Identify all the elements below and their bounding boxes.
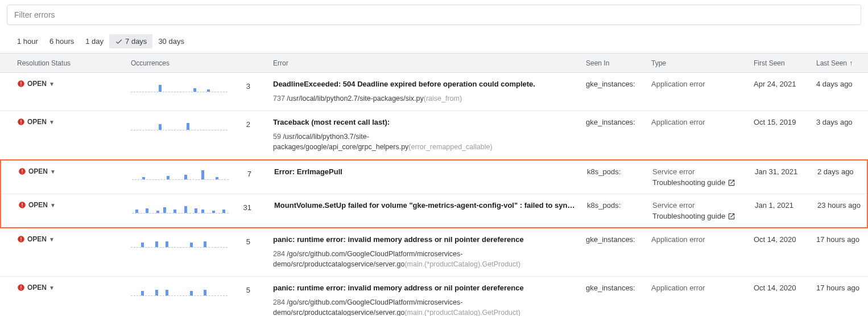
svg-rect-2 bbox=[20, 85, 21, 85]
troubleshooting-guide-link[interactable]: Troubleshooting guide bbox=[652, 178, 755, 187]
error-location: 737 /usr/local/lib/python2.7/site-packag… bbox=[273, 94, 574, 104]
occurrence-count: 5 bbox=[233, 286, 250, 294]
sparkline bbox=[131, 284, 228, 296]
caret-down-icon: ▼ bbox=[49, 236, 55, 243]
svg-rect-10 bbox=[22, 203, 22, 206]
last-seen: 4 days ago bbox=[816, 80, 868, 88]
time-tab-label: 30 days bbox=[158, 37, 184, 46]
first-seen: Oct 14, 2020 bbox=[754, 235, 816, 244]
col-error[interactable]: Error bbox=[273, 59, 586, 67]
status-label: OPEN bbox=[28, 167, 48, 175]
caret-down-icon: ▼ bbox=[49, 119, 55, 125]
table-row[interactable]: OPEN▼2Traceback (most recent call last):… bbox=[0, 111, 868, 159]
error-title[interactable]: panic: runtime error: invalid memory add… bbox=[273, 235, 574, 245]
last-seen: 2 days ago bbox=[817, 167, 868, 176]
last-seen: 3 days ago bbox=[816, 118, 868, 126]
status-chip[interactable]: OPEN▼ bbox=[17, 235, 55, 243]
error-title[interactable]: Traceback (most recent call last): bbox=[273, 118, 574, 128]
error-type: Service error bbox=[652, 167, 755, 176]
svg-rect-11 bbox=[22, 207, 22, 207]
sort-ascending-icon: ↑ bbox=[849, 59, 853, 67]
last-seen: 23 hours ago bbox=[817, 201, 868, 210]
svg-rect-16 bbox=[20, 286, 21, 289]
status-chip[interactable]: OPEN▼ bbox=[17, 80, 55, 88]
error-title[interactable]: MountVolume.SetUp failed for volume "gke… bbox=[274, 201, 576, 211]
caret-down-icon: ▼ bbox=[50, 169, 56, 175]
table-header: Resolution Status Occurrences Error Seen… bbox=[0, 54, 868, 73]
status-label: OPEN bbox=[27, 284, 47, 292]
error-icon bbox=[17, 118, 25, 126]
time-tab-label: 6 hours bbox=[49, 37, 74, 46]
first-seen: Apr 24, 2021 bbox=[754, 80, 816, 88]
time-tab-30-days[interactable]: 30 days bbox=[152, 34, 190, 48]
error-type: Application error bbox=[651, 284, 754, 292]
troubleshooting-guide-link[interactable]: Troubleshooting guide bbox=[652, 212, 755, 220]
svg-rect-7 bbox=[22, 170, 22, 173]
svg-rect-4 bbox=[20, 120, 21, 123]
first-seen: Jan 31, 2021 bbox=[755, 167, 817, 176]
last-seen: 17 hours ago bbox=[816, 235, 868, 244]
time-tab-label: 7 days bbox=[125, 37, 147, 46]
occurrence-count: 5 bbox=[233, 237, 250, 246]
svg-rect-17 bbox=[20, 289, 21, 290]
status-chip[interactable]: OPEN▼ bbox=[17, 284, 55, 292]
last-seen: 17 hours ago bbox=[816, 284, 868, 292]
time-range-tabs: 1 hour6 hours1 day7 days30 days bbox=[0, 25, 868, 53]
table-row[interactable]: OPEN▼31MountVolume.SetUp failed for volu… bbox=[1, 194, 867, 227]
time-tab-6-hours[interactable]: 6 hours bbox=[44, 34, 80, 48]
seen-in: k8s_pods: bbox=[587, 167, 652, 176]
time-tab-label: 1 day bbox=[85, 37, 104, 46]
error-title[interactable]: panic: runtime error: invalid memory add… bbox=[273, 284, 574, 293]
highlighted-rows: OPEN▼7Error: ErrImagePullk8s_pods:Servic… bbox=[0, 159, 868, 228]
error-icon bbox=[17, 80, 25, 88]
col-type[interactable]: Type bbox=[651, 59, 754, 67]
error-icon bbox=[17, 235, 25, 243]
svg-rect-1 bbox=[20, 82, 21, 85]
col-seen-in[interactable]: Seen In bbox=[586, 59, 651, 67]
error-icon bbox=[18, 201, 26, 209]
sparkline bbox=[131, 118, 228, 130]
time-tab-1-hour[interactable]: 1 hour bbox=[11, 34, 44, 48]
first-seen: Jan 1, 2021 bbox=[755, 201, 817, 210]
external-link-icon bbox=[728, 212, 735, 220]
col-occurrences[interactable]: Occurrences bbox=[131, 59, 273, 67]
seen-in: k8s_pods: bbox=[587, 201, 652, 210]
status-label: OPEN bbox=[28, 201, 48, 209]
error-title[interactable]: Error: ErrImagePull bbox=[274, 167, 576, 177]
status-label: OPEN bbox=[27, 80, 47, 88]
time-tab-7-days[interactable]: 7 days bbox=[109, 34, 152, 48]
caret-down-icon: ▼ bbox=[50, 202, 56, 208]
filter-errors-input[interactable] bbox=[7, 5, 861, 25]
table-row[interactable]: OPEN▼3DeadlineExceeded: 504 Deadline exp… bbox=[0, 73, 868, 111]
occurrence-count: 31 bbox=[234, 203, 251, 212]
error-icon bbox=[17, 284, 25, 292]
svg-rect-14 bbox=[20, 241, 21, 241]
table-row[interactable]: OPEN▼5panic: runtime error: invalid memo… bbox=[0, 277, 868, 316]
caret-down-icon: ▼ bbox=[49, 81, 55, 87]
error-location: 284 /go/src/github.com/GoogleCloudPlatfo… bbox=[273, 298, 574, 316]
svg-rect-13 bbox=[20, 237, 21, 240]
occurrence-count: 3 bbox=[233, 82, 250, 91]
status-chip[interactable]: OPEN▼ bbox=[17, 118, 55, 126]
table-row[interactable]: OPEN▼7Error: ErrImagePullk8s_pods:Servic… bbox=[1, 161, 867, 194]
sparkline bbox=[131, 80, 228, 92]
seen-in: gke_instances: bbox=[586, 80, 651, 88]
error-type: Application error bbox=[651, 118, 754, 126]
status-chip[interactable]: OPEN▼ bbox=[18, 167, 56, 175]
error-type: Application error bbox=[651, 235, 754, 244]
col-last-seen[interactable]: Last Seen ↑ bbox=[816, 59, 868, 67]
first-seen: Oct 15, 2019 bbox=[754, 118, 816, 126]
table-row[interactable]: OPEN▼5panic: runtime error: invalid memo… bbox=[0, 228, 868, 277]
error-title[interactable]: DeadlineExceeded: 504 Deadline expired b… bbox=[273, 80, 574, 89]
col-resolution-status[interactable]: Resolution Status bbox=[17, 59, 131, 67]
occurrence-count: 2 bbox=[233, 120, 250, 129]
status-chip[interactable]: OPEN▼ bbox=[18, 201, 56, 209]
caret-down-icon: ▼ bbox=[49, 285, 55, 291]
svg-rect-5 bbox=[20, 124, 21, 124]
col-first-seen[interactable]: First Seen bbox=[754, 59, 816, 67]
error-type: Application error bbox=[651, 80, 754, 88]
time-tab-1-day[interactable]: 1 day bbox=[80, 34, 109, 48]
svg-rect-8 bbox=[22, 173, 22, 174]
seen-in: gke_instances: bbox=[586, 284, 651, 292]
occurrence-count: 7 bbox=[234, 170, 251, 178]
